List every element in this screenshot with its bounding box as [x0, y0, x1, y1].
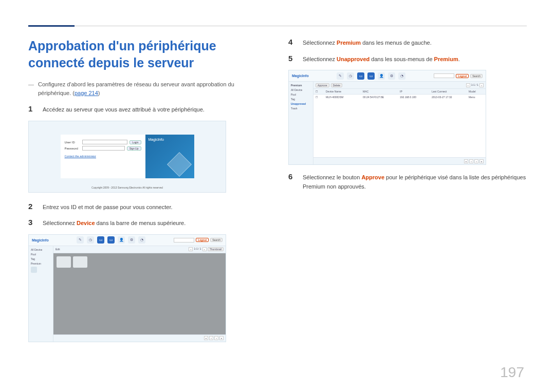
nav-setting-icon[interactable]: ⚙ — [388, 72, 395, 80]
copyright-text: Copyright 2009 - 2013 Samsung Electronic… — [29, 186, 226, 189]
step-3: 3 Sélectionnez Device dans la barre de m… — [28, 218, 267, 228]
nav-user-icon[interactable]: 👤 — [378, 72, 385, 80]
nav-setting-icon[interactable]: ⚙ — [128, 236, 135, 244]
step-4-text: Sélectionnez Premium dans les menus de g… — [303, 38, 432, 48]
device-thumb-icon — [31, 267, 37, 273]
page-title: Approbation d'un périphérique connecté d… — [28, 38, 267, 71]
sidebar-item[interactable]: Trash — [291, 107, 311, 110]
logout-button[interactable]: Logout — [456, 74, 469, 78]
main-panel: Edit ‹ 1-1 / 1 › Thumbnail — [53, 246, 226, 342]
password-input[interactable] — [82, 146, 125, 151]
toolbar-edit[interactable]: Edit — [55, 248, 60, 251]
magicinfo-brand: MagicInfo — [149, 138, 191, 141]
user-id-input[interactable] — [82, 140, 128, 144]
config-note: ― Configurez d'abord les paramètres de r… — [28, 80, 267, 97]
search-input[interactable] — [434, 73, 454, 78]
pager-last[interactable]: » — [479, 159, 484, 163]
nav-user-icon[interactable]: 👤 — [118, 236, 125, 244]
login-screenshot: User ID Login Password Sign Up Contact t… — [28, 121, 226, 193]
pager-last[interactable]: » — [219, 336, 224, 340]
nav-schedule-icon[interactable]: ◷ — [87, 236, 94, 244]
step-number: 1 — [28, 104, 35, 115]
signup-button[interactable]: Sign Up — [127, 146, 141, 151]
right-column: 4 Sélectionnez Premium dans les menus de… — [288, 38, 527, 349]
approve-button[interactable]: Approve — [316, 83, 329, 87]
step-1: 1 Accédez au serveur que vous avez attri… — [28, 104, 267, 115]
logout-button[interactable]: Logout — [196, 238, 209, 242]
thumb-toggle[interactable]: Thumbnail — [208, 247, 224, 251]
nav-menu: ✎ ◷ ▭ ▭ 👤 ⚙ ◔ — [337, 72, 405, 80]
sidebar-item[interactable]: Pool — [31, 253, 51, 256]
table-header: ☐ Device Name MAC IP Last Connect Model — [313, 89, 486, 95]
pager-first[interactable]: « — [464, 159, 468, 163]
device-screenshot: MagicInfo ✎ ◷ ▭ ▭ 👤 ⚙ ◔ Logout Search — [28, 234, 226, 342]
step-3-text: Sélectionnez Device dans la barre de men… — [43, 218, 186, 228]
step-number: 5 — [288, 54, 295, 64]
pager-first[interactable]: « — [204, 336, 208, 340]
step-number: 4 — [288, 38, 295, 48]
step-4: 4 Sélectionnez Premium dans les menus de… — [288, 38, 527, 48]
step-2: 2 Entrez vos ID et mot de passe pour vou… — [28, 202, 267, 212]
step-number: 6 — [288, 172, 295, 191]
pager-next[interactable]: › — [202, 247, 207, 251]
sidebar-premium[interactable]: Premium — [291, 84, 311, 87]
page-number: 197 — [500, 364, 524, 381]
user-id-label: User ID — [65, 141, 80, 144]
nav-stat-icon[interactable]: ◔ — [138, 236, 145, 244]
cube-icon — [166, 152, 191, 177]
nav-schedule-icon[interactable]: ◷ — [347, 72, 354, 80]
sidebar-item[interactable]: Tag — [31, 257, 51, 260]
search-input[interactable] — [174, 238, 194, 242]
step-2-text: Entrez vos ID et mot de passe pour vous … — [43, 202, 173, 212]
step-number: 2 — [28, 202, 35, 212]
pager-next[interactable]: › — [214, 336, 218, 340]
pager-prev[interactable]: ‹ — [466, 83, 470, 87]
sidebar-item[interactable]: Premium — [31, 262, 51, 265]
step-6: 6 Sélectionnez le bouton Approve pour le… — [288, 172, 527, 191]
step-1-text: Accédez au serveur que vous avez attribu… — [43, 104, 205, 115]
search-button[interactable]: Search — [210, 238, 223, 242]
sidebar-item[interactable]: Tag — [291, 98, 311, 101]
step-6-text: Sélectionnez le bouton Approve pour le p… — [303, 172, 527, 191]
header-rule — [28, 26, 527, 26]
pager-prev[interactable]: ‹ — [189, 247, 193, 251]
delete-button[interactable]: Delete — [331, 83, 342, 87]
password-label: Password — [65, 147, 80, 150]
sidebar-item[interactable]: All Device — [291, 88, 311, 91]
device-tile[interactable] — [57, 256, 71, 268]
sidebar-unapproved[interactable]: Unapproved — [291, 102, 311, 105]
pager-prev[interactable]: ‹ — [469, 159, 473, 163]
table-row[interactable]: ☐ MLH-4000DSM 00:24:54:F0:27:8E 192.168.… — [313, 95, 486, 100]
sidebar: All Device Pool Tag Premium — [29, 246, 53, 342]
device-tile[interactable] — [73, 256, 87, 268]
nav-content-icon[interactable]: ✎ — [337, 72, 344, 80]
nav-device2-icon[interactable]: ▭ — [367, 72, 375, 80]
step-number: 3 — [28, 218, 35, 228]
nav-content-icon[interactable]: ✎ — [77, 236, 84, 244]
config-note-text: Configurez d'abord les paramètres de rés… — [38, 81, 234, 96]
dash-icon: ― — [28, 80, 34, 97]
pager-next[interactable]: › — [474, 159, 478, 163]
login-button[interactable]: Login — [130, 140, 141, 144]
sidebar-item[interactable]: All Device — [31, 248, 51, 251]
magicinfo-brand: MagicInfo — [32, 238, 49, 242]
nav-menu: ✎ ◷ ▭ ▭ 👤 ⚙ ◔ — [77, 236, 145, 244]
left-column: Approbation d'un périphérique connecté d… — [28, 38, 267, 349]
magicinfo-brand: MagicInfo — [292, 74, 309, 78]
contact-admin-link[interactable]: Contact the administrator — [65, 155, 141, 158]
nav-device-icon[interactable]: ▭ — [357, 72, 364, 80]
nav-device2-icon[interactable]: ▭ — [107, 236, 115, 244]
unapproved-screenshot: MagicInfo ✎ ◷ ▭ ▭ 👤 ⚙ ◔ Logout Search — [288, 70, 486, 165]
pager-prev[interactable]: ‹ — [209, 336, 213, 340]
page-link[interactable]: page 214 — [75, 90, 98, 96]
step-5: 5 Sélectionnez Unapproved dans les sous-… — [288, 54, 527, 64]
nav-stat-icon[interactable]: ◔ — [398, 72, 405, 80]
pager-info: 1-1 / 1 — [471, 83, 478, 87]
search-button[interactable]: Search — [470, 74, 483, 78]
step-5-text: Sélectionnez Unapproved dans les sous-me… — [303, 54, 460, 64]
pager-next[interactable]: › — [479, 83, 484, 87]
sidebar-item[interactable]: Pool — [291, 93, 311, 96]
nav-device-icon[interactable]: ▭ — [97, 236, 104, 244]
sidebar: Premium All Device Pool Tag Unapproved T… — [289, 82, 313, 164]
pager-info: 1-1 / 1 — [194, 247, 201, 251]
